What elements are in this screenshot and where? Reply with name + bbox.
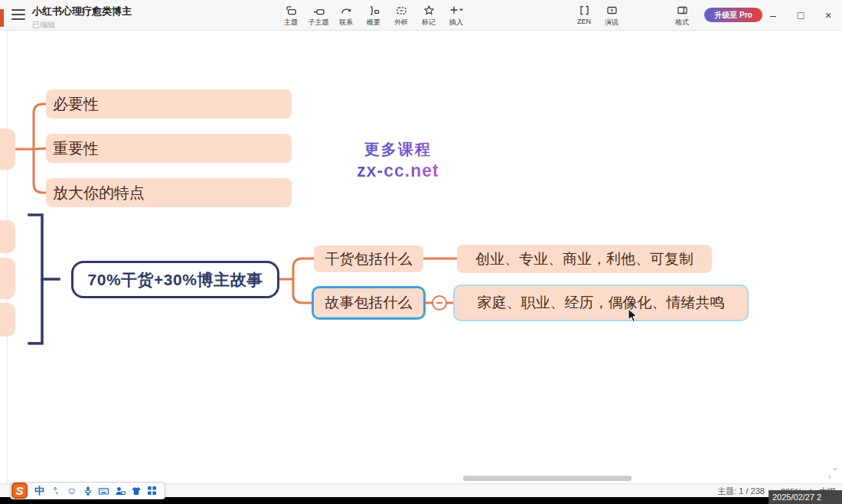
marker-button[interactable]: 标记	[415, 3, 442, 28]
toolbar-label: 子主题	[308, 18, 329, 28]
topic-label: 家庭、职业、经历，偶像化、情绪共鸣	[478, 293, 725, 313]
topic-label: 70%干货+30%博主故事	[88, 269, 263, 291]
insert-plus-icon	[449, 3, 464, 17]
zen-mode-icon	[578, 3, 591, 17]
ime-skin-icon[interactable]	[128, 483, 144, 499]
subtopic-icon	[312, 3, 325, 17]
subtopic-button[interactable]: 子主题	[305, 3, 332, 28]
topic-label: 故事包括什么	[325, 293, 413, 313]
scroll-down-icon[interactable]: ⌄	[831, 462, 839, 473]
ime-logo-icon[interactable]: S	[11, 483, 28, 499]
toolbar-label: 演说	[605, 18, 618, 28]
horizontal-scrollbar[interactable]	[463, 476, 632, 481]
ime-language-toggle[interactable]: 中	[31, 483, 47, 499]
presentation-play-icon	[605, 3, 618, 17]
menu-icon[interactable]	[11, 9, 25, 20]
topic-label: 创业、专业、商业，利他、可复制	[475, 249, 694, 269]
window-controls: – □ ×	[759, 0, 842, 31]
topic-count: 主题: 1 / 238	[717, 486, 765, 497]
format-panel-icon	[676, 3, 689, 17]
ime-emoji-icon[interactable]: ☺	[64, 483, 80, 499]
close-icon[interactable]: ×	[814, 0, 842, 31]
topic-label: 重要性	[53, 138, 99, 159]
summary-button[interactable]: 概要	[360, 3, 387, 28]
topic-necessity[interactable]: 必要性	[46, 89, 292, 119]
summary-topic-70-30[interactable]: 70%干货+30%博主故事	[71, 261, 279, 298]
toolbar-label: 概要	[367, 18, 380, 28]
insert-button[interactable]: 插入	[442, 3, 470, 28]
zen-button[interactable]: ZEN	[570, 3, 598, 28]
toolbar-label: 外框	[394, 18, 408, 28]
toolbar-label: 插入	[449, 18, 463, 28]
marker-star-icon	[423, 3, 436, 17]
document-title-block: 小红书心理疗愈类博主 已编辑	[32, 5, 132, 31]
maximize-icon[interactable]: □	[787, 0, 814, 31]
toolbar-label: 标记	[422, 18, 436, 28]
boundary-button[interactable]: 外框	[387, 3, 415, 28]
ime-keyboard-icon[interactable]	[96, 483, 112, 499]
summary-icon	[367, 3, 380, 17]
topic-story[interactable]: 故事包括什么	[312, 286, 426, 320]
minimize-icon[interactable]: –	[759, 0, 787, 31]
topic-label: 必要性	[53, 94, 99, 115]
toolbar-label: 联系	[339, 18, 353, 28]
ime-microphone-icon[interactable]	[80, 483, 96, 499]
topic-drygoods[interactable]: 干货包括什么	[314, 245, 423, 272]
upgrade-pro-button[interactable]: 升级至 Pro	[704, 8, 762, 22]
ime-punctuation-toggle[interactable]: °‚	[47, 483, 64, 499]
view-toolbar: ZEN 演说	[570, 3, 625, 28]
title-bar: 小红书心理疗愈类博主 已编辑 主题 子主题 联系 概要	[0, 0, 842, 31]
clipped-parent-topic[interactable]	[0, 128, 15, 170]
topic-amplify-traits[interactable]: 放大你的特点	[46, 178, 292, 207]
format-toolbar: 格式	[668, 3, 696, 28]
topic-importance[interactable]: 重要性	[46, 134, 292, 163]
ime-menu-grid-icon[interactable]	[144, 483, 160, 499]
main-toolbar: 主题 子主题 联系 概要 外框	[277, 3, 470, 28]
toolbar-label: ZEN	[577, 18, 591, 25]
clipped-topic[interactable]	[0, 258, 15, 299]
topic-button[interactable]: 主题	[277, 3, 305, 28]
topic-story-detail[interactable]: 家庭、职业、经历，偶像化、情绪共鸣	[453, 285, 749, 321]
collapse-toggle-icon[interactable]	[432, 295, 447, 311]
scroll-right-icon[interactable]: ›	[828, 471, 831, 482]
format-button[interactable]: 格式	[668, 3, 696, 28]
document-status: 已编辑	[32, 20, 132, 31]
toolbar-label: 格式	[675, 18, 689, 28]
presentation-button[interactable]: 演说	[598, 3, 625, 28]
mindmap-canvas[interactable]: 必要性 重要性 放大你的特点 70%干货+30%博主故事 干货包括什么 创业、专…	[0, 31, 842, 497]
topic-icon	[285, 3, 298, 17]
timestamp-overlay: 2025/02/27 2	[769, 490, 842, 504]
ime-toolbar[interactable]: S 中 °‚ ☺	[10, 482, 165, 499]
relationship-icon	[340, 3, 353, 17]
clipped-topic[interactable]	[0, 303, 15, 337]
boundary-icon	[395, 3, 408, 17]
topic-label: 放大你的特点	[53, 183, 145, 203]
document-title: 小红书心理疗愈类博主	[32, 5, 132, 18]
ime-account-icon[interactable]	[112, 483, 128, 499]
topic-label: 干货包括什么	[325, 249, 413, 269]
relationship-button[interactable]: 联系	[332, 3, 360, 28]
toolbar-label: 主题	[284, 18, 298, 28]
window-accent-strip	[0, 9, 4, 27]
topic-drygoods-detail[interactable]: 创业、专业、商业，利他、可复制	[457, 245, 712, 273]
clipped-topic[interactable]	[0, 220, 15, 253]
